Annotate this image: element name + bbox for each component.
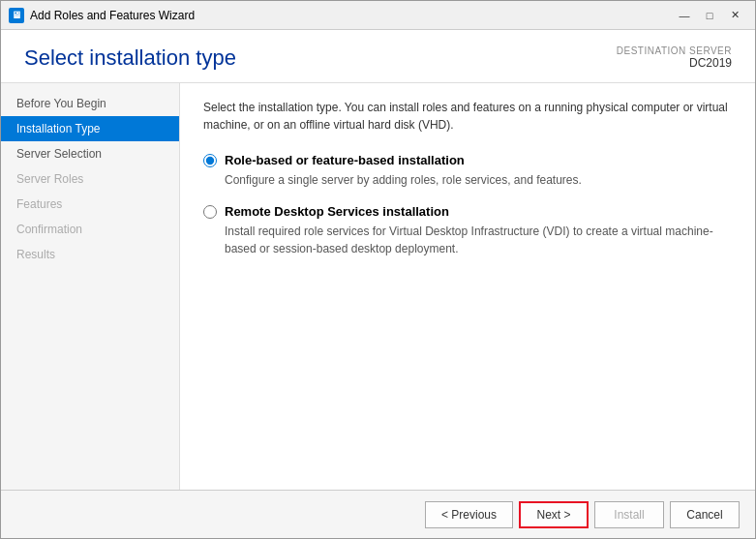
option-role-based-description: Configure a single server by adding role… xyxy=(225,171,732,189)
next-button[interactable]: Next > xyxy=(519,501,589,528)
destination-server: DESTINATION SERVER DC2019 xyxy=(617,45,732,70)
header-section: Select installation type DESTINATION SER… xyxy=(1,30,755,83)
maximize-button[interactable]: □ xyxy=(697,6,722,25)
sidebar-item-before-you-begin[interactable]: Before You Begin xyxy=(1,91,179,116)
sidebar-item-installation-type[interactable]: Installation Type xyxy=(1,116,179,141)
minimize-button[interactable]: — xyxy=(672,6,697,25)
app-icon: 🖥 xyxy=(9,8,24,23)
content-area: Select installation type DESTINATION SER… xyxy=(1,30,755,490)
sidebar-item-confirmation: Confirmation xyxy=(1,217,179,242)
radio-remote-desktop[interactable] xyxy=(203,205,217,219)
window-controls: — □ ✕ xyxy=(672,6,747,25)
wizard-window: 🖥 Add Roles and Features Wizard — □ ✕ Se… xyxy=(0,0,756,539)
title-bar: 🖥 Add Roles and Features Wizard — □ ✕ xyxy=(1,1,755,30)
page-title: Select installation type xyxy=(24,45,236,71)
sidebar-item-server-selection[interactable]: Server Selection xyxy=(1,141,179,166)
destination-label: DESTINATION SERVER xyxy=(617,45,732,56)
option-role-based: Role-based or feature-based installation… xyxy=(203,153,732,189)
install-button: Install xyxy=(594,501,664,528)
previous-button[interactable]: < Previous xyxy=(425,501,513,528)
option-remote-desktop-description: Install required role services for Virtu… xyxy=(225,223,732,257)
server-name: DC2019 xyxy=(617,56,732,70)
main-content: Select the installation type. You can in… xyxy=(180,83,755,490)
sidebar-item-server-roles: Server Roles xyxy=(1,166,179,192)
sidebar-item-results: Results xyxy=(1,242,179,267)
radio-role-based[interactable] xyxy=(203,154,217,167)
description-text: Select the installation type. You can in… xyxy=(203,99,732,134)
window-title: Add Roles and Features Wizard xyxy=(30,9,195,22)
option-role-based-title[interactable]: Role-based or feature-based installation xyxy=(225,153,465,167)
title-bar-left: 🖥 Add Roles and Features Wizard xyxy=(9,8,195,23)
footer: < Previous Next > Install Cancel xyxy=(1,490,755,538)
main-body: Before You Begin Installation Type Serve… xyxy=(1,83,755,490)
option-remote-desktop-title[interactable]: Remote Desktop Services installation xyxy=(225,204,449,219)
option-remote-desktop-label-row: Remote Desktop Services installation xyxy=(203,204,732,219)
option-group: Role-based or feature-based installation… xyxy=(203,153,732,257)
sidebar: Before You Begin Installation Type Serve… xyxy=(1,83,180,490)
sidebar-item-features: Features xyxy=(1,192,179,217)
option-remote-desktop: Remote Desktop Services installation Ins… xyxy=(203,204,732,257)
option-role-based-label-row: Role-based or feature-based installation xyxy=(203,153,732,167)
cancel-button[interactable]: Cancel xyxy=(670,501,740,528)
close-button[interactable]: ✕ xyxy=(722,6,747,25)
